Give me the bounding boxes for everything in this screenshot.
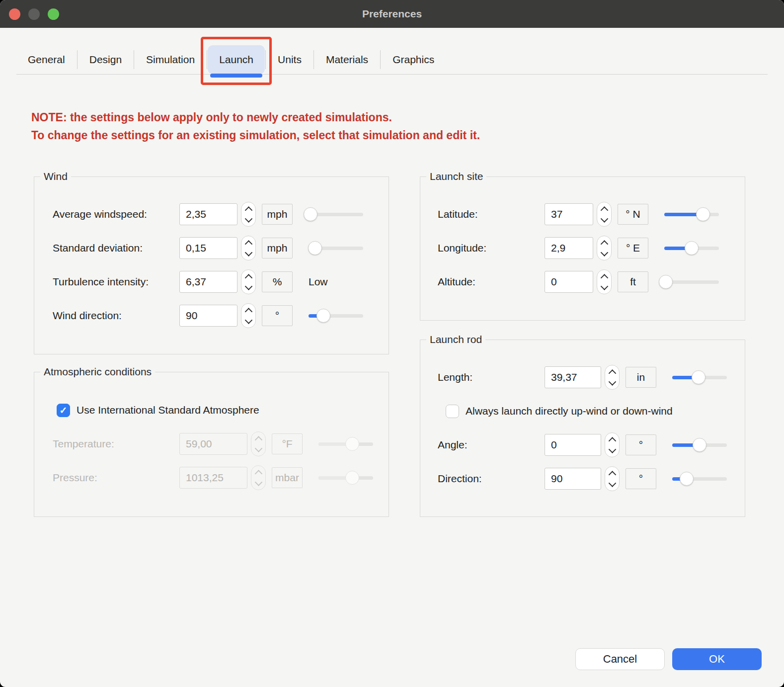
stepper[interactable] [241, 269, 256, 294]
row-average-windspeed: Average windspeed: mph [34, 197, 389, 231]
row-upwind-downwind: ✓ Always launch directly up-wind or down… [420, 394, 745, 428]
chevron-up-icon[interactable] [600, 206, 608, 214]
traffic-lights [9, 0, 59, 28]
row-standard-atmosphere: ✓ Use International Standard Atmosphere [34, 393, 389, 427]
slider-thumb[interactable] [693, 438, 706, 452]
slider-thumb[interactable] [696, 207, 710, 221]
standard-deviation-slider[interactable] [309, 241, 363, 255]
unit-selector[interactable]: ° [626, 468, 656, 489]
longitude-slider[interactable] [664, 241, 719, 255]
row-pressure: Pressure: mbar [34, 461, 389, 495]
slider-thumb[interactable] [685, 241, 699, 255]
note-line-1: NOTE: the settings below apply only to n… [31, 108, 480, 126]
slider-thumb[interactable] [692, 370, 706, 384]
unit-selector: °F [272, 433, 303, 454]
chevron-down-icon[interactable] [600, 249, 608, 257]
tab-simulation[interactable]: Simulation [135, 45, 206, 74]
chevron-down-icon[interactable] [608, 378, 616, 386]
tab-bar: General Design Simulation Launch Units M… [16, 45, 446, 75]
always-launch-upwind-checkbox[interactable]: ✓ [446, 405, 459, 418]
altitude-slider[interactable] [664, 275, 719, 289]
average-windspeed-input[interactable] [179, 203, 237, 225]
cancel-button[interactable]: Cancel [575, 648, 665, 670]
note-line-2: To change the settings for an existing s… [31, 126, 480, 144]
rod-length-input[interactable] [545, 366, 601, 388]
slider-thumb[interactable] [659, 275, 673, 289]
chevron-down-icon[interactable] [244, 316, 252, 324]
row-longitude: Longitude: ° E [420, 231, 745, 265]
stepper[interactable] [605, 432, 620, 457]
altitude-input[interactable] [545, 271, 593, 293]
rod-direction-slider[interactable] [672, 472, 727, 486]
row-altitude: Altitude: ft [420, 265, 745, 299]
use-standard-atmosphere-checkbox[interactable]: ✓ [57, 404, 70, 417]
slider-thumb[interactable] [680, 472, 694, 486]
stepper[interactable] [597, 202, 612, 227]
stepper[interactable] [241, 202, 256, 227]
tab-launch[interactable]: Launch [208, 45, 265, 74]
rod-direction-input[interactable] [545, 468, 601, 490]
longitude-input[interactable] [545, 237, 593, 259]
chevron-up-icon[interactable] [244, 206, 252, 214]
standard-deviation-input[interactable] [179, 237, 237, 259]
field-label: Turbulence intensity: [53, 276, 179, 288]
chevron-up-icon[interactable] [244, 308, 252, 316]
unit-selector[interactable]: ° E [618, 238, 648, 258]
row-length: Length: in [420, 360, 745, 394]
tab-general[interactable]: General [16, 45, 77, 74]
rod-angle-input[interactable] [545, 434, 601, 456]
turbulence-intensity-input[interactable] [179, 271, 237, 293]
chevron-up-icon[interactable] [244, 240, 252, 248]
stepper[interactable] [597, 269, 612, 294]
unit-selector[interactable]: mph [262, 238, 293, 258]
tab-graphics[interactable]: Graphics [381, 45, 446, 74]
unit-selector[interactable]: mph [262, 204, 293, 225]
wind-direction-slider[interactable] [309, 309, 363, 323]
zoom-window-button[interactable] [48, 8, 59, 20]
close-window-button[interactable] [9, 8, 20, 20]
chevron-up-icon[interactable] [608, 437, 616, 445]
chevron-down-icon[interactable] [608, 479, 616, 487]
chevron-down-icon[interactable] [600, 282, 608, 290]
tab-divider [380, 50, 381, 69]
slider-thumb[interactable] [304, 207, 317, 221]
stepper[interactable] [597, 236, 612, 260]
wind-direction-input[interactable] [179, 305, 237, 327]
tab-design[interactable]: Design [78, 45, 133, 74]
minimize-window-button[interactable] [28, 8, 40, 20]
chevron-down-icon[interactable] [608, 445, 616, 453]
ok-button[interactable]: OK [672, 648, 762, 670]
chevron-down-icon[interactable] [244, 249, 252, 257]
chevron-down-icon[interactable] [244, 282, 252, 290]
stepper[interactable] [241, 236, 256, 260]
chevron-down-icon[interactable] [244, 215, 252, 223]
chevron-up-icon[interactable] [600, 274, 608, 282]
chevron-up-icon[interactable] [608, 471, 616, 479]
unit-selector[interactable]: in [626, 367, 656, 388]
unit-selector[interactable]: ° N [618, 204, 648, 225]
chevron-down-icon [254, 478, 262, 486]
stepper [251, 431, 266, 456]
unit-selector[interactable]: ° [626, 434, 656, 455]
stepper[interactable] [605, 466, 620, 491]
average-windspeed-slider[interactable] [309, 207, 363, 221]
latitude-slider[interactable] [664, 207, 719, 221]
title-bar[interactable]: Preferences [0, 0, 784, 28]
tab-materials[interactable]: Materials [314, 45, 380, 74]
tab-units[interactable]: Units [266, 45, 313, 74]
unit-selector[interactable]: % [262, 271, 293, 292]
unit-selector[interactable]: ft [618, 271, 648, 292]
latitude-input[interactable] [545, 203, 593, 225]
slider-thumb[interactable] [308, 241, 322, 255]
slider-thumb[interactable] [316, 309, 330, 323]
stepper[interactable] [605, 365, 620, 390]
chevron-up-icon[interactable] [608, 369, 616, 377]
stepper[interactable] [241, 303, 256, 328]
chevron-down-icon[interactable] [600, 215, 608, 223]
chevron-up-icon[interactable] [244, 274, 252, 282]
field-label: Wind direction: [53, 310, 179, 322]
rod-angle-slider[interactable] [672, 438, 727, 452]
rod-length-slider[interactable] [672, 370, 727, 384]
unit-selector[interactable]: ° [262, 305, 293, 326]
chevron-up-icon[interactable] [600, 240, 608, 248]
